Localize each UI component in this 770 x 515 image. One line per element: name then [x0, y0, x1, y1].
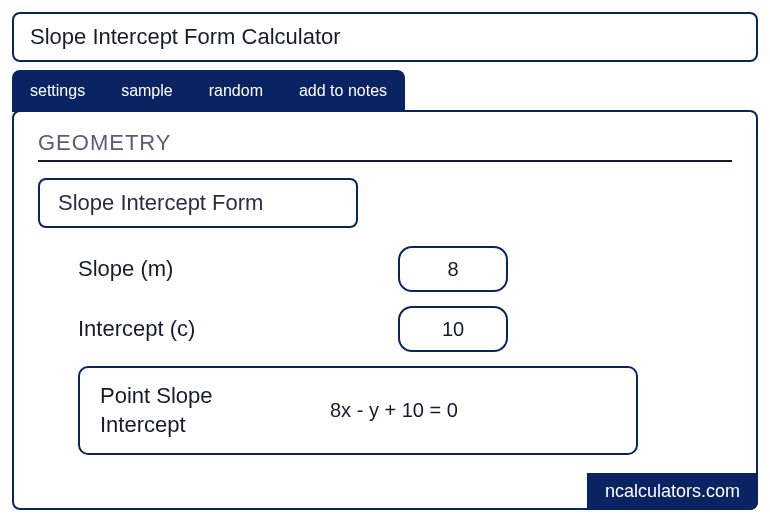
calculator-title: Slope Intercept Form Calculator — [12, 12, 758, 62]
result-value: 8x - y + 10 = 0 — [300, 399, 616, 422]
form-title: Slope Intercept Form — [38, 178, 358, 228]
tab-settings[interactable]: settings — [12, 70, 103, 112]
content-panel: GEOMETRY Slope Intercept Form Slope (m) … — [12, 110, 758, 510]
section-heading: GEOMETRY — [38, 130, 732, 162]
brand-badge[interactable]: ncalculators.com — [587, 473, 758, 510]
slope-row: Slope (m) 8 — [38, 246, 732, 292]
slope-input[interactable]: 8 — [398, 246, 508, 292]
tab-bar: settings sample random add to notes — [12, 70, 405, 112]
slope-label: Slope (m) — [78, 256, 398, 282]
result-label: Point Slope Intercept — [100, 382, 300, 439]
intercept-row: Intercept (c) 10 — [38, 306, 732, 352]
result-box: Point Slope Intercept 8x - y + 10 = 0 — [78, 366, 638, 455]
tab-random[interactable]: random — [191, 70, 281, 112]
tab-sample[interactable]: sample — [103, 70, 191, 112]
tab-add-to-notes[interactable]: add to notes — [281, 70, 405, 112]
intercept-label: Intercept (c) — [78, 316, 398, 342]
intercept-input[interactable]: 10 — [398, 306, 508, 352]
